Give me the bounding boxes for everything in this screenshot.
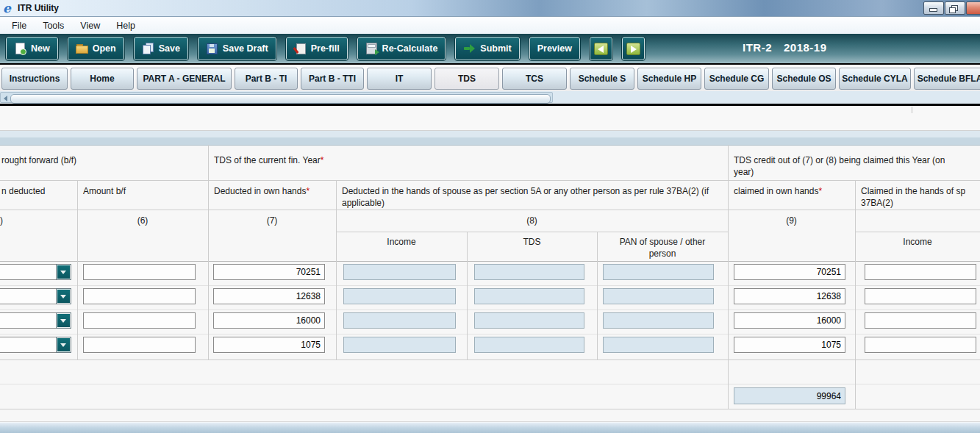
recalculate-button-label: Re-Calculate [382, 43, 438, 54]
open-folder-icon [76, 43, 88, 54]
preview-button[interactable]: Preview [529, 37, 580, 60]
amount-bf-input[interactable] [83, 264, 196, 280]
section-band [0, 131, 980, 137]
income-claimed-spouse-input[interactable] [865, 288, 976, 304]
minimize-button[interactable] [923, 1, 944, 15]
menu-bar: File Tools View Help [0, 17, 980, 34]
tab-schedule-os[interactable]: Schedule OS [772, 68, 836, 90]
grid-line [0, 210, 980, 210]
deducted-own-hands-input[interactable] [213, 288, 325, 304]
dropdown-button[interactable] [56, 288, 71, 304]
tab-schedule-cyla[interactable]: Schedule CYLA [839, 68, 911, 90]
grid-line [0, 359, 980, 360]
income-spouse-field [343, 264, 456, 280]
col-deducted-spouse: Deducted in the hands of spouse as per s… [342, 185, 721, 209]
back-arrow-icon [594, 43, 608, 55]
claimed-own-hands-input[interactable] [734, 264, 845, 280]
col-number-8: (8) [336, 215, 728, 226]
blank-header-strip [0, 106, 980, 131]
income-claimed-spouse-input[interactable] [865, 337, 976, 353]
dropdown-button[interactable] [56, 312, 71, 329]
col-claimed-own-hands: claimed in own hands* [734, 185, 822, 197]
menu-file[interactable]: File [6, 19, 37, 32]
tab-schedule-cg[interactable]: Schedule CG [704, 68, 769, 90]
deducted-own-hands-input[interactable] [213, 264, 325, 280]
deducted-own-hands-input[interactable] [213, 312, 325, 329]
restore-button[interactable] [945, 1, 965, 15]
bottom-band [0, 422, 980, 433]
income-spouse-field [343, 312, 456, 329]
tab-schedule-s[interactable]: Schedule S [570, 68, 634, 90]
tab-instructions[interactable]: Instructions [1, 68, 68, 90]
chevron-down-icon [60, 319, 66, 323]
calculator-icon [365, 43, 378, 54]
submit-button[interactable]: Submit [455, 37, 519, 60]
tds-spouse-field [474, 264, 584, 280]
income-claimed-spouse-input[interactable] [865, 312, 976, 329]
tds-spouse-field [474, 337, 584, 353]
tab-it[interactable]: IT [367, 68, 432, 90]
tab-tds[interactable]: TDS [434, 68, 499, 90]
scrollbar-strip [0, 91, 980, 106]
chevron-down-icon [60, 271, 66, 274]
table-row [0, 309, 980, 334]
claimed-own-hands-input[interactable] [734, 337, 845, 353]
menu-tools[interactable]: Tools [37, 19, 74, 32]
scroll-left-arrow-icon[interactable] [4, 96, 7, 101]
form-name: ITR-2 [743, 41, 772, 54]
tab-part-b-ti[interactable]: Part B - TI [235, 68, 298, 90]
prefill-button-label: Pre-fill [311, 43, 340, 54]
tab-bar: Instructions Home PART A - GENERAL Part … [0, 66, 980, 91]
amount-bf-input[interactable] [83, 288, 196, 304]
income-spouse-field [343, 337, 456, 353]
subcol-income: Income [336, 236, 467, 248]
open-button[interactable]: Open [68, 37, 124, 60]
horizontal-scrollbar[interactable] [0, 92, 553, 103]
scrollbar-thumb[interactable] [10, 94, 551, 104]
dropdown-button[interactable] [56, 337, 71, 353]
deducted-own-hands-input[interactable] [213, 337, 325, 353]
tab-tcs[interactable]: TCS [502, 68, 567, 90]
save-button[interactable]: Save [134, 37, 188, 60]
amount-bf-input[interactable] [83, 337, 196, 353]
pan-spouse-field [603, 312, 714, 329]
grid-line [0, 384, 980, 384]
recalculate-button[interactable]: Re-Calculate [357, 37, 446, 60]
prefill-button[interactable]: Pre-fill [286, 37, 348, 60]
table-row [0, 261, 980, 285]
nav-forward-button[interactable] [622, 37, 645, 60]
table-row [0, 285, 980, 309]
close-button[interactable] [966, 1, 980, 15]
dropdown-button[interactable] [56, 264, 71, 280]
preview-button-label: Preview [537, 43, 572, 54]
header-tds-credit-line1: TDS credit out of (7) or (8) being claim… [734, 154, 945, 166]
col-amount-bf: Amount b/f [83, 185, 126, 197]
tab-schedule-bfla[interactable]: Schedule BFLA [914, 68, 980, 90]
subcol-tds: TDS [467, 236, 597, 248]
save-draft-button[interactable]: Save Draft [198, 37, 276, 60]
amount-bf-input[interactable] [83, 312, 196, 329]
subcol-pan: PAN of spouse / other person [607, 236, 718, 260]
forward-arrow-icon [626, 43, 640, 55]
itr-utility-window: e ITR Utility File Tools View Help New O… [0, 0, 980, 433]
tds-spouse-field [474, 312, 584, 329]
menu-view[interactable]: View [74, 19, 110, 32]
tab-part-b-tti[interactable]: Part B - TTI [301, 68, 364, 90]
window-title: ITR Utility [18, 3, 59, 13]
claimed-own-hands-input[interactable] [734, 312, 845, 329]
col-number-9: (9) [728, 215, 855, 226]
col-number-5: ) [0, 215, 3, 226]
tab-home[interactable]: Home [71, 68, 134, 90]
tab-schedule-hp[interactable]: Schedule HP [637, 68, 701, 90]
menu-help[interactable]: Help [110, 19, 146, 32]
tab-part-a-general[interactable]: PART A - GENERAL [137, 68, 232, 90]
submit-arrow-icon [463, 43, 476, 54]
grid-line [336, 232, 728, 232]
open-button-label: Open [93, 43, 116, 54]
col-claimed-spouse-line1: Claimed in the hands of sp [861, 185, 965, 197]
income-claimed-spouse-input[interactable] [865, 264, 976, 280]
nav-back-button[interactable] [590, 37, 612, 60]
save-icon [142, 43, 154, 54]
new-button[interactable]: New [6, 37, 58, 60]
claimed-own-hands-input[interactable] [734, 288, 845, 304]
